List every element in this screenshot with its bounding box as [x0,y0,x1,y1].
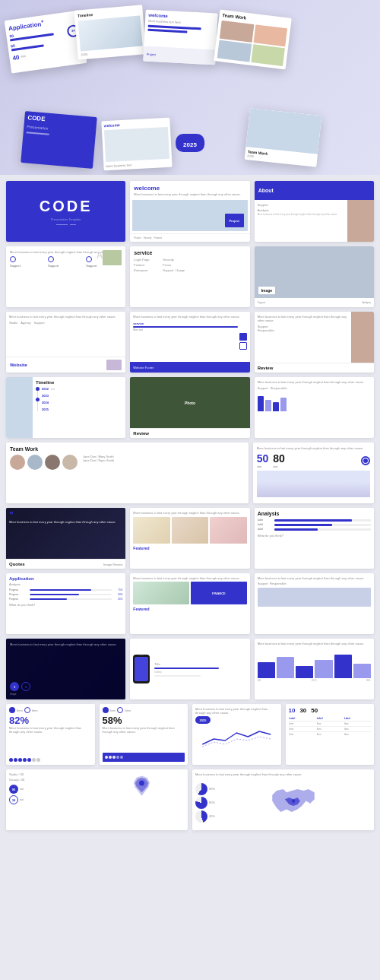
review2-title: Review [133,431,246,436]
map-stats1-slide[interactable]: Studio / 60 Gossip / 40 90 stat 34 stat [6,769,188,830]
analysis-title: Analysis [258,511,371,516]
service2-content-slide[interactable]: service Login PageSecurity FinanceFocus … [130,246,249,307]
review3-slide[interactable]: More business to last every year through… [255,573,374,634]
featured1-slide[interactable]: More business to last every year through… [130,508,249,569]
review2-slide[interactable]: Photo Review [130,377,249,438]
review1-title: Review [258,366,371,370]
slide-row-1: CODE Presentation Template welcome More … [6,181,374,242]
svg-point-0 [139,781,144,786]
hero-slide-4: Team Work [214,9,292,69]
timeline-slide[interactable]: Timeline 2022 text 2023 [6,377,125,438]
line-chart-svg [195,725,278,748]
image-slide[interactable]: Image Support Analysis [255,246,374,307]
code-title: CODE [40,198,93,215]
hero-slide-2: Timeline 2025 [74,5,146,60]
slide-row-4: Timeline 2022 text 2023 [6,377,374,438]
analysis-slide[interactable]: Analysis Label Label [255,508,374,569]
quotes-slide[interactable]: " More business to last every year throu… [6,508,125,569]
review1-slide[interactable]: More business to last every year through… [255,312,374,373]
year-badge: 2025 [176,134,204,152]
svg-point-1 [292,799,295,802]
timeline-title: Timeline [36,380,122,385]
bar-chart-slide[interactable]: More business to last every year through… [255,639,374,699]
hero-slide-6: welcome More business text [101,118,172,171]
featured1-title: Featured [133,546,246,550]
featured2-slide[interactable]: More business to last every year through… [130,573,249,634]
image-title: Image [261,288,272,293]
slide-row-8: More business to last every year through… [6,639,374,699]
service-title: service [134,250,245,255]
slide-row-5: Team Work Jane Doe / Mary Smith Jane Doe… [6,442,374,503]
slide-row-9: Item Item 82% More business to last ever… [6,704,374,765]
percent82-slide[interactable]: Item Item 82% More business to last ever… [6,704,95,765]
slide-row-6: " More business to last every year throu… [6,508,374,569]
code-slide[interactable]: CODE Presentation Template [6,181,125,242]
phone-app-slide[interactable]: Title Gallery [130,639,249,699]
about-title: About [258,188,274,193]
map-stats2-slide[interactable]: More business to last every year through… [192,769,374,830]
team-work-slide[interactable]: Team Work Jane Doe / Mary Smith Jane Doe… [6,442,249,503]
percent58-slide[interactable]: Item Item 58% More business to last ever… [100,704,188,765]
website-title: Website [10,363,27,367]
slide-row-2: More business to last every year through… [6,246,374,307]
hero-slide-5: CODE Presentation [21,111,97,169]
hero-section: Application+ 90 60 34 40 stat [0,0,380,175]
slides-container: CODE Presentation Template welcome More … [0,175,380,841]
hero-slide-7: Team Work 2025 [245,108,322,167]
welcome-title: welcome [134,185,245,192]
slide-row-7: Application Analysis Progress 75% Progre… [6,573,374,634]
service1-slide[interactable]: More business to last every year through… [6,246,125,307]
app-title: Application [9,576,122,581]
welcome-slide[interactable]: welcome More business to last every year… [130,181,249,242]
website-slide[interactable]: More business to last every year through… [6,312,125,373]
slide-row-10: Studio / 60 Gossip / 40 90 stat 34 stat [6,769,374,830]
quotes-title: Quotes [9,562,25,566]
slide-row-3: More business to last every year through… [6,312,374,373]
hero-inner: Application+ 90 60 34 40 stat [0,0,380,175]
featured2-title: Featured [133,607,246,611]
about-slide[interactable]: About Support Analysis More business to … [255,181,374,242]
percent-82-value: 82% [9,715,92,726]
stats-50-80-slide[interactable]: More business to last every year through… [253,442,374,503]
table-slide[interactable]: 10 30 50 Label Label Label Item [286,704,375,765]
application-slide[interactable]: Application Analysis Progress 75% Progre… [6,573,125,634]
percent-58-value: 58% [103,715,185,726]
hero-slide-3: welcome More business text here Project [143,10,217,65]
line-chart-2025-slide[interactable]: More business to last every year through… [192,704,281,765]
service3-slide[interactable]: More business to last every year through… [130,312,249,373]
canada-map-icon [267,782,371,823]
stats1-slide[interactable]: More business to last every year through… [255,377,374,438]
map-icon-1 [128,772,155,799]
team-title: Team Work [10,446,245,452]
bg-dark-slide[interactable]: More business to last every year through… [6,639,125,699]
